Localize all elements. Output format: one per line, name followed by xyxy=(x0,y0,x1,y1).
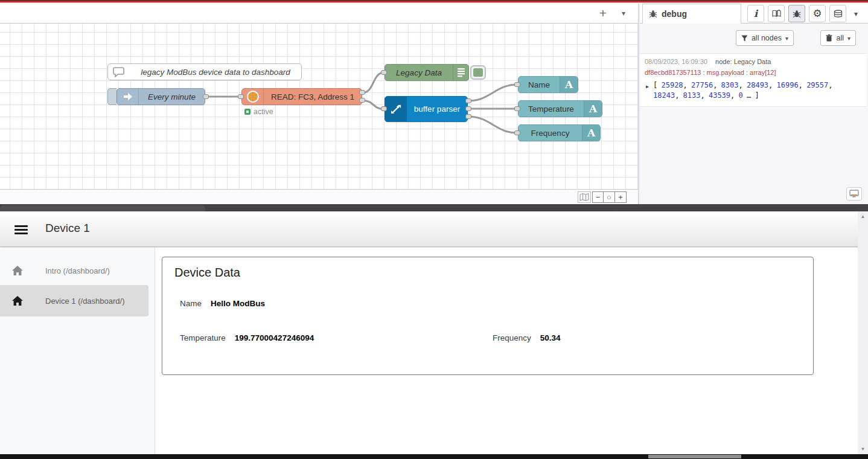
zoom-in-button[interactable]: + xyxy=(615,191,627,203)
home-icon xyxy=(12,266,23,275)
modbus-node-label: READ: FC3, Address 1 xyxy=(264,89,362,104)
expand-triangle-icon[interactable]: ▶ xyxy=(646,82,649,92)
dashboard-title: Device 1 xyxy=(45,222,90,235)
flow-list-caret-button[interactable]: ▾ xyxy=(615,5,632,21)
flow-tab-bar: + ▾ xyxy=(0,4,638,24)
nav-item-intro[interactable]: Intro (/dashboard/) xyxy=(0,256,148,285)
modbus-read-node[interactable]: READ: FC3, Address 1 xyxy=(241,88,362,105)
info-tab-button[interactable]: i xyxy=(747,5,764,22)
help-tab-button[interactable] xyxy=(768,5,785,22)
field-frequency: Frequency 50.34 xyxy=(493,333,561,342)
navigator-button[interactable] xyxy=(578,191,591,203)
scroll-down-arrow[interactable]: ▼ xyxy=(858,446,868,452)
debug-sidebar-icon xyxy=(453,65,468,80)
map-icon xyxy=(579,193,589,201)
text-a-icon: A xyxy=(584,101,602,117)
field-name: Name Hello ModBus xyxy=(180,299,265,308)
debug-tab-button[interactable] xyxy=(788,5,805,22)
port[interactable] xyxy=(514,106,520,111)
port[interactable] xyxy=(359,90,365,95)
clear-label: all xyxy=(836,34,844,42)
inject-trigger-button[interactable] xyxy=(107,88,116,105)
ui-text-node-frequency[interactable]: Frequency A xyxy=(518,124,601,141)
vertical-scrollbar[interactable]: ▲ ▼ xyxy=(858,211,868,454)
port[interactable] xyxy=(359,98,365,103)
port[interactable] xyxy=(381,106,387,111)
debug-node[interactable]: Legacy Data xyxy=(385,64,469,81)
comment-node[interactable]: legacy ModBus device data to dashboard xyxy=(107,63,302,80)
ui-text-node-temperature[interactable]: Temperature A xyxy=(518,100,602,117)
clear-messages-dropdown[interactable]: all ▾ xyxy=(820,30,856,46)
debug-toggle-state xyxy=(473,68,483,77)
scrollbar-thumb[interactable] xyxy=(648,455,741,458)
zoom-controls: − ○ + xyxy=(592,191,627,203)
stack-icon xyxy=(834,10,843,18)
scroll-up-arrow[interactable]: ▲ xyxy=(858,214,868,219)
port[interactable] xyxy=(381,70,387,75)
inject-node[interactable]: Every minute xyxy=(116,88,205,105)
buffer-parser-node[interactable]: buffer parser xyxy=(385,96,468,122)
config-tab-button[interactable]: ⚙ xyxy=(809,5,826,22)
modbus-flower-icon xyxy=(242,89,264,104)
caret-down-icon: ▾ xyxy=(847,35,850,42)
ui-text-node-name[interactable]: Name A xyxy=(518,76,578,93)
debug-toolbar: all nodes ▾ all ▾ xyxy=(640,24,868,48)
nav-label: Device 1 (/dashboard/) xyxy=(45,297,125,306)
port[interactable] xyxy=(465,98,471,103)
comment-bubble-icon xyxy=(108,64,130,80)
payload-array: [ 25928, 27756, 8303, 28493, 16996, 2955… xyxy=(653,81,832,100)
tab-debug[interactable]: debug xyxy=(642,4,741,24)
nav-item-device-1[interactable]: Device 1 (/dashboard/) xyxy=(0,285,148,316)
ui-temperature-label: Temperature xyxy=(519,101,584,117)
modbus-status: active xyxy=(244,108,273,116)
bug-icon xyxy=(793,10,801,18)
device-data-card: Device Data Name Hello ModBus Temperatur… xyxy=(162,257,814,375)
message-meta: 08/09/2023, 16:09:30 node: Legacy Data xyxy=(645,58,861,65)
sidebar-menu-caret[interactable]: ▾ xyxy=(850,5,862,22)
port[interactable] xyxy=(203,94,209,99)
zoom-reset-button[interactable]: ○ xyxy=(604,191,615,203)
port[interactable] xyxy=(514,130,520,135)
home-icon xyxy=(12,296,23,306)
field-label: Temperature xyxy=(180,333,226,342)
debug-message-list: 08/09/2023, 16:09:30 node: Legacy Data d… xyxy=(640,48,868,186)
port[interactable] xyxy=(465,106,471,111)
filter-nodes-dropdown[interactable]: all nodes ▾ xyxy=(736,30,794,46)
open-debug-window-button[interactable] xyxy=(846,187,862,201)
editor-header-red-bar xyxy=(0,1,868,3)
debug-sidebar: debug i ⚙ xyxy=(640,4,868,204)
dashboard-body: Intro (/dashboard/) Device 1 (/dashboard… xyxy=(0,248,868,454)
tab-debug-label: debug xyxy=(662,9,687,19)
inject-node-label: Every minute xyxy=(139,89,205,104)
debug-message[interactable]: 08/09/2023, 16:09:30 node: Legacy Data d… xyxy=(640,53,866,107)
monitor-icon xyxy=(849,190,859,198)
field-label: Frequency xyxy=(493,333,531,342)
text-a-icon: A xyxy=(582,125,600,141)
context-tab-button[interactable] xyxy=(829,5,846,22)
dashboard-nav: Intro (/dashboard/) Device 1 (/dashboard… xyxy=(0,248,155,454)
add-flow-button[interactable]: + xyxy=(595,5,611,21)
horizontal-scrollbar[interactable] xyxy=(0,454,868,459)
field-value: 199.77000427246094 xyxy=(235,333,314,342)
port[interactable] xyxy=(465,114,471,119)
window-top-bar xyxy=(0,204,868,211)
text-a-icon: A xyxy=(560,77,578,92)
card-title: Device Data xyxy=(174,266,240,280)
dashboard-window: Device 1 Intro (/dashboard/) Device 1 (/… xyxy=(0,204,868,459)
browser-tab-edge xyxy=(0,205,205,211)
zoom-out-button[interactable]: − xyxy=(592,191,604,203)
port[interactable] xyxy=(238,94,244,99)
caret-down-icon: ▾ xyxy=(785,35,788,42)
canvas-footer: − ○ + xyxy=(0,189,638,204)
ui-name-label: Name xyxy=(519,77,560,92)
debug-enable-toggle[interactable] xyxy=(470,65,486,80)
status-green-icon xyxy=(244,109,251,115)
message-payload[interactable]: ▶ [ 25928, 27756, 8303, 28493, 16996, 29… xyxy=(645,80,857,101)
funnel-icon xyxy=(741,35,748,42)
dashboard-main: Device Data Name Hello ModBus Temperatur… xyxy=(155,248,858,454)
filter-label: all nodes xyxy=(752,34,782,42)
menu-icon[interactable] xyxy=(14,225,28,234)
inject-arrow-icon xyxy=(117,89,139,104)
comment-node-label: legacy ModBus device data to dashboard xyxy=(130,64,301,80)
port[interactable] xyxy=(514,82,520,87)
